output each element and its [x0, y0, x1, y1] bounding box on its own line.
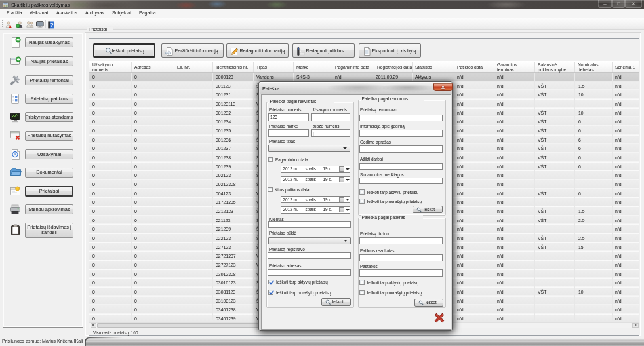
svg-text:?: ? — [50, 22, 54, 28]
